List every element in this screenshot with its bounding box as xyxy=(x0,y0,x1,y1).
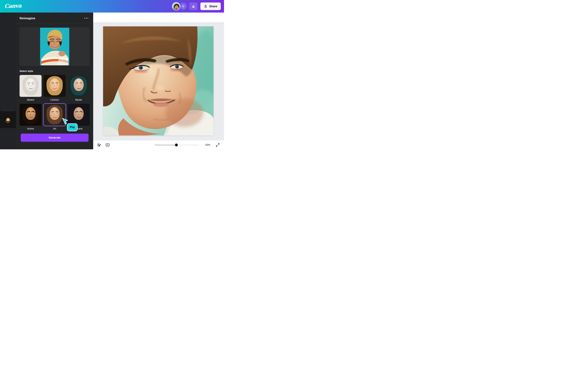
panel-title: Reimagine xyxy=(20,16,35,20)
style-tile-arcane[interactable] xyxy=(68,104,90,126)
bar-chart-icon xyxy=(192,4,195,8)
generated-portrait xyxy=(103,26,214,136)
more-horizontal-icon xyxy=(84,18,85,18)
style-label: Cartoon xyxy=(50,98,59,101)
fullscreen-arrows-icon xyxy=(216,143,220,147)
style-cell-mystic: Mystic xyxy=(68,75,90,101)
zoom-percentage[interactable]: 50% xyxy=(203,144,210,146)
user-avatar[interactable] xyxy=(172,2,180,10)
plus-icon xyxy=(181,4,185,8)
share-label: Share xyxy=(209,5,217,8)
style-label: Mystic xyxy=(75,98,82,101)
top-bar-actions: Share xyxy=(172,2,221,10)
style-tile-mystic[interactable] xyxy=(68,75,90,97)
style-label: Sketch xyxy=(27,98,34,101)
style-cell-arcane: Arcane xyxy=(68,104,90,130)
style-tile-art-selected[interactable] xyxy=(44,104,66,126)
status-bar: 50% xyxy=(93,140,224,149)
style-cell-art: Art xyxy=(44,104,66,130)
zoom-slider-fill xyxy=(154,145,176,146)
notes-button[interactable] xyxy=(96,142,102,148)
workspace[interactable] xyxy=(93,22,224,140)
rail-card xyxy=(0,12,16,112)
style-tile-cartoon[interactable] xyxy=(44,75,66,97)
zoom-slider-thumb[interactable] xyxy=(175,144,178,146)
style-tile-sketch[interactable] xyxy=(20,75,42,97)
style-label: Arcane xyxy=(75,127,82,130)
source-image-container xyxy=(20,27,90,66)
canva-editor-window: Canva xyxy=(0,0,224,149)
canvas-toolbar xyxy=(93,12,224,22)
style-cell-anime: Anime xyxy=(20,104,42,130)
share-button[interactable]: Share xyxy=(200,2,221,10)
fullscreen-button[interactable] xyxy=(215,142,221,148)
panel-header: Reimagine xyxy=(16,12,93,24)
notes-pencil-icon xyxy=(97,143,101,147)
play-icon xyxy=(106,143,110,147)
zoom-fit-marker xyxy=(155,144,156,146)
style-cell-cartoon: Cartoon xyxy=(44,75,66,101)
top-bar: Canva xyxy=(0,0,224,12)
sidebar-rail xyxy=(0,12,16,149)
style-cell-sketch: Sketch xyxy=(20,75,42,101)
add-collaborator-button[interactable] xyxy=(180,3,187,10)
style-tile-anime[interactable] xyxy=(20,104,42,126)
style-grid: Sketch xyxy=(20,75,90,130)
source-photo[interactable] xyxy=(40,28,69,65)
avatar-illustration xyxy=(172,2,180,10)
rail-bottom-card xyxy=(0,128,16,149)
source-photo-illustration xyxy=(40,28,69,65)
upload-arrow-icon xyxy=(204,4,208,8)
character-illustration xyxy=(5,117,11,123)
character-thumbnail[interactable] xyxy=(5,117,11,123)
design-page[interactable] xyxy=(103,26,214,136)
style-label: Art xyxy=(53,127,56,130)
insights-button[interactable] xyxy=(189,2,198,10)
present-button[interactable] xyxy=(104,142,111,148)
canva-logo[interactable]: Canva xyxy=(4,2,21,10)
panel-body: Select style xyxy=(16,24,93,142)
generate-button[interactable]: Generate xyxy=(21,134,88,142)
panel-more-button[interactable] xyxy=(83,16,90,20)
reimagine-panel: Reimagine xyxy=(16,12,93,149)
select-style-heading: Select style xyxy=(20,70,90,72)
zoom-slider[interactable] xyxy=(154,144,199,146)
canvas-area: 50% xyxy=(93,12,224,149)
style-label: Anime xyxy=(27,127,34,130)
